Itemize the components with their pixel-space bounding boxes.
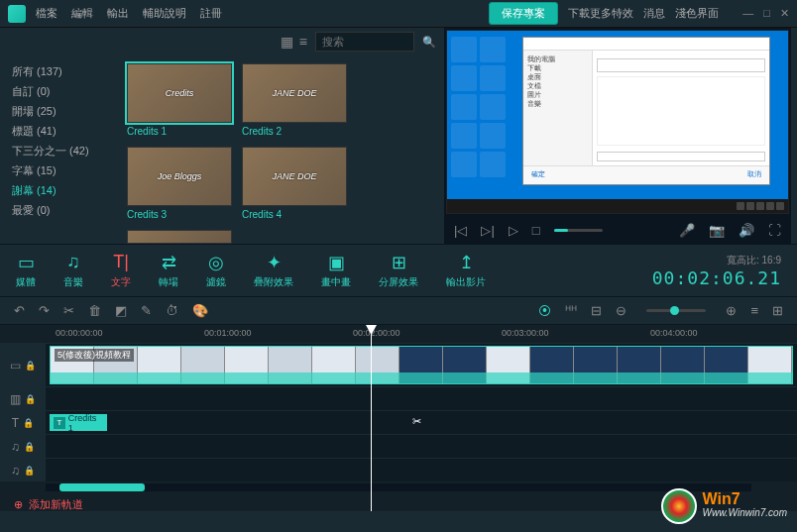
menu-edit[interactable]: 編輯 — [71, 6, 93, 21]
text-track-head[interactable]: T🔒 — [0, 411, 46, 434]
search-icon[interactable]: 🔍 — [422, 36, 436, 49]
lock-icon[interactable]: 🔒 — [24, 442, 35, 452]
app-logo — [8, 5, 26, 23]
thumb-credits-2[interactable]: JANE DOE Credits 2 — [242, 63, 347, 137]
overlay-track-head[interactable]: ▥🔒 — [0, 387, 46, 410]
thumb-credits-1[interactable]: Credits Credits 1 — [127, 63, 232, 137]
preview-panel: 我的電腦 下載 桌面 文檔 圖片 音樂 — [444, 28, 791, 244]
video-track-row: ▭🔒 5(修改後)視頻教程 — [0, 343, 797, 386]
crop-icon[interactable]: ◩ — [115, 303, 127, 318]
tool-split[interactable]: ⊞分屏效果 — [379, 253, 418, 289]
maximize-button[interactable]: □ — [763, 7, 770, 20]
snapshot-icon[interactable]: 📷 — [709, 223, 725, 238]
tool-media[interactable]: ▭媒體 — [16, 253, 36, 289]
cut-icon[interactable]: ✂ — [63, 303, 74, 318]
lock-icon[interactable]: 🔒 — [25, 361, 36, 371]
prev-frame-icon[interactable]: |◁ — [454, 223, 467, 238]
preview-viewport[interactable]: 我的電腦 下載 桌面 文檔 圖片 音樂 — [446, 30, 789, 214]
thumb-partial[interactable] — [127, 230, 232, 244]
tool-transition[interactable]: ⇄轉場 — [159, 253, 178, 289]
search-input[interactable] — [315, 32, 414, 52]
light-ui-link[interactable]: 淺色界面 — [675, 6, 719, 21]
dialog-item: 文檔 — [527, 81, 588, 90]
record-icon[interactable]: ⦿ — [538, 303, 551, 318]
playhead[interactable] — [371, 325, 372, 511]
audio-track-head[interactable]: ♫🔒 — [0, 459, 46, 481]
watermark-title: Win7 — [703, 492, 787, 506]
audio-track-head[interactable]: ♫🔒 — [0, 435, 46, 458]
delete-icon[interactable]: 🗑 — [88, 303, 101, 318]
menu-icon[interactable]: ≡ — [750, 303, 758, 318]
dialog-item: 下載 — [527, 63, 588, 72]
time-mark: 00:04:00:00 — [650, 328, 698, 338]
lock-icon[interactable]: 🔒 — [24, 466, 35, 476]
tool-overlay[interactable]: ✦疊附效果 — [254, 253, 293, 289]
desktop-icon — [480, 37, 506, 62]
tool-pip[interactable]: ▣畫中畫 — [321, 253, 351, 289]
video-track-head[interactable]: ▭🔒 — [0, 344, 46, 386]
cat-opening[interactable]: 開場 (25) — [12, 101, 107, 121]
watermark: Win7 Www.Winwin7.com — [661, 488, 787, 524]
preview-dialog: 我的電腦 下載 桌面 文檔 圖片 音樂 — [522, 37, 770, 185]
minimize-button[interactable]: — — [742, 7, 753, 20]
speed-icon[interactable]: ⏱ — [166, 303, 178, 318]
menu-export[interactable]: 輸出 — [107, 6, 129, 21]
cat-lower-third[interactable]: 下三分之一 (42) — [12, 141, 107, 160]
time-ruler[interactable]: 00:00:00:00 00:01:00:00 00:02:00:00 00:0… — [46, 325, 797, 343]
progress-slider[interactable] — [554, 229, 603, 232]
dialog-ok: 確定 — [531, 169, 545, 181]
save-project-button[interactable]: 保存專案 — [489, 2, 558, 25]
color-icon[interactable]: 🎨 — [192, 303, 208, 318]
grid-view-icon[interactable]: ▦ — [281, 34, 293, 50]
volume-icon[interactable]: 🔊 — [739, 223, 754, 238]
audio-waveform[interactable] — [50, 372, 793, 384]
cat-all[interactable]: 所有 (137) — [12, 61, 107, 81]
undo-icon[interactable]: ↶ — [14, 303, 25, 318]
messages-link[interactable]: 消息 — [643, 6, 665, 21]
redo-icon[interactable]: ↷ — [39, 303, 50, 318]
edit-icon[interactable]: ✎ — [141, 303, 152, 318]
thumbnail-area: Credits Credits 1 JANE DOE Credits 2 Joe… — [119, 55, 444, 244]
list-view-icon[interactable]: ≡ — [299, 34, 307, 50]
tool-output[interactable]: ↥輸出影片 — [446, 253, 486, 289]
mic-icon[interactable]: 🎤 — [679, 223, 695, 238]
cat-favorite[interactable]: 最愛 (0) — [12, 200, 107, 220]
zoom-slider[interactable] — [646, 309, 706, 312]
cat-subtitle[interactable]: 字幕 (15) — [12, 160, 107, 180]
scrollbar-thumb[interactable] — [59, 483, 144, 491]
plus-icon: ⊕ — [14, 498, 23, 511]
text-clip[interactable]: Credits 1 — [50, 414, 107, 431]
category-sidebar: 所有 (137) 自訂 (0) 開場 (25) 標題 (41) 下三分之一 (4… — [0, 55, 119, 244]
preview-controls: |◁ ▷| ▷ □ 🎤 📷 🔊 ⛶ — [444, 216, 791, 244]
cat-custom[interactable]: 自訂 (0) — [12, 81, 107, 101]
menu-file[interactable]: 檔案 — [36, 6, 57, 21]
stop-icon[interactable]: □ — [532, 223, 540, 238]
settings-icon[interactable]: ⊞ — [772, 303, 783, 318]
lock-icon[interactable]: 🔒 — [23, 418, 34, 428]
marker-icon[interactable]: ᴴᴴ — [565, 303, 577, 318]
lock-icon[interactable]: 🔒 — [25, 394, 36, 404]
menu-register[interactable]: 註冊 — [200, 6, 222, 21]
cat-credits[interactable]: 謝幕 (14) — [12, 180, 107, 200]
zoom-in-icon[interactable]: ⊕ — [726, 303, 737, 318]
next-frame-icon[interactable]: ▷| — [481, 223, 494, 238]
thumb-credits-4[interactable]: JANE DOE Credits 4 — [242, 147, 347, 220]
fullscreen-icon[interactable]: ⛶ — [768, 223, 781, 238]
cat-title[interactable]: 標題 (41) — [12, 121, 107, 141]
tool-text[interactable]: T|文字 — [111, 253, 131, 289]
tool-filter[interactable]: ◎濾鏡 — [206, 253, 226, 289]
fit-icon[interactable]: ⊟ — [591, 303, 602, 318]
tool-music[interactable]: ♫音樂 — [63, 253, 83, 289]
close-button[interactable]: ✕ — [780, 7, 789, 20]
play-icon[interactable]: ▷ — [509, 223, 518, 238]
thumb-credits-3[interactable]: Joe Bloggs Credits 3 — [127, 147, 232, 220]
zoom-out-icon[interactable]: ⊖ — [616, 303, 626, 318]
download-fx-link[interactable]: 下載更多特效 — [568, 6, 633, 21]
menu-help[interactable]: 輔助說明 — [143, 6, 186, 21]
timeline-scrollbar[interactable] — [46, 483, 751, 491]
time-mark: 00:03:00:00 — [502, 328, 549, 338]
preview-taskbar — [447, 199, 788, 213]
overlay-track-row: ▥🔒 — [0, 386, 797, 410]
watermark-logo — [661, 488, 697, 524]
audio-track-2-row: ♫🔒 — [0, 458, 797, 481]
